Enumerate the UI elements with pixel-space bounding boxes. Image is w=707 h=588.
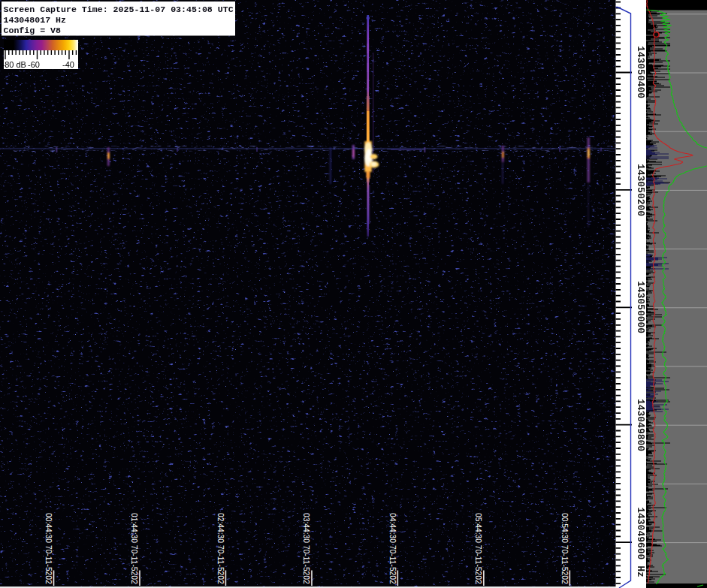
svg-text:05:44:30 70-11-5202: 05:44:30 70-11-5202: [474, 513, 482, 584]
svg-text:Screen Capture Time: 2025-11-0: Screen Capture Time: 2025-11-07 03:45:08…: [4, 5, 234, 14]
svg-text:143050200: 143050200: [635, 164, 646, 216]
svg-text:00:54:30 70-11-5202: 00:54:30 70-11-5202: [560, 513, 569, 584]
svg-text:01:44:30 70-11-5202: 01:44:30 70-11-5202: [130, 513, 138, 584]
svg-text:-40: -40: [62, 60, 74, 69]
svg-text:03:44:30 70-11-5202: 03:44:30 70-11-5202: [302, 513, 310, 584]
svg-text:04:44:30 70-11-5202: 04:44:30 70-11-5202: [388, 513, 397, 584]
svg-text:143048017 Hz: 143048017 Hz: [4, 15, 67, 25]
svg-text:-80 dB: -80 dB: [2, 60, 26, 69]
svg-text:Config = V8: Config = V8: [4, 26, 62, 35]
svg-text:143050400: 143050400: [635, 46, 646, 98]
svg-text:-60: -60: [28, 60, 40, 69]
svg-text:143049600 Hz: 143049600 Hz: [635, 507, 646, 577]
svg-text:143050000: 143050000: [635, 281, 646, 333]
svg-text:143049800: 143049800: [635, 399, 646, 451]
svg-text:02:44:30 70-11-5202: 02:44:30 70-11-5202: [216, 513, 225, 584]
svg-text:00:44:30 70-11-5202: 00:44:30 70-11-5202: [44, 513, 53, 584]
